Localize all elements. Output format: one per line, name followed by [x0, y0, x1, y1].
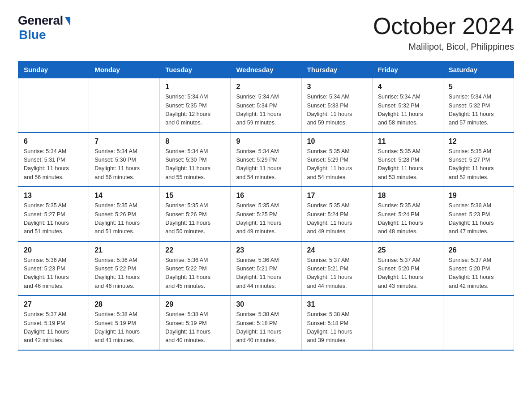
day-info: Sunrise: 5:35 AM Sunset: 5:27 PM Dayligh… [24, 201, 83, 236]
calendar-header-sunday: Sunday [18, 61, 89, 78]
calendar-cell: 5Sunrise: 5:34 AM Sunset: 5:32 PM Daylig… [443, 78, 514, 133]
calendar-cell: 13Sunrise: 5:35 AM Sunset: 5:27 PM Dayli… [18, 187, 89, 241]
calendar-cell: 1Sunrise: 5:34 AM Sunset: 5:35 PM Daylig… [160, 78, 231, 133]
day-info: Sunrise: 5:37 AM Sunset: 5:21 PM Dayligh… [307, 256, 367, 291]
calendar-week-row: 13Sunrise: 5:35 AM Sunset: 5:27 PM Dayli… [18, 187, 514, 241]
day-info: Sunrise: 5:35 AM Sunset: 5:26 PM Dayligh… [94, 201, 154, 236]
day-info: Sunrise: 5:35 AM Sunset: 5:28 PM Dayligh… [378, 147, 438, 182]
day-info: Sunrise: 5:35 AM Sunset: 5:24 PM Dayligh… [307, 201, 367, 236]
day-info: Sunrise: 5:34 AM Sunset: 5:34 PM Dayligh… [236, 93, 296, 128]
day-number: 15 [165, 192, 225, 200]
day-info: Sunrise: 5:34 AM Sunset: 5:31 PM Dayligh… [24, 147, 83, 182]
calendar-cell: 15Sunrise: 5:35 AM Sunset: 5:26 PM Dayli… [160, 187, 231, 241]
logo-general-text: General [18, 13, 63, 28]
day-info: Sunrise: 5:38 AM Sunset: 5:19 PM Dayligh… [94, 310, 154, 345]
calendar-cell: 11Sunrise: 5:35 AM Sunset: 5:28 PM Dayli… [372, 133, 443, 187]
calendar-cell: 26Sunrise: 5:37 AM Sunset: 5:20 PM Dayli… [443, 241, 514, 296]
day-info: Sunrise: 5:34 AM Sunset: 5:30 PM Dayligh… [94, 147, 154, 182]
location-subtitle: Malilipot, Bicol, Philippines [373, 42, 514, 52]
calendar-cell: 24Sunrise: 5:37 AM Sunset: 5:21 PM Dayli… [301, 241, 372, 296]
day-number: 9 [236, 137, 296, 146]
calendar-cell: 17Sunrise: 5:35 AM Sunset: 5:24 PM Dayli… [301, 187, 372, 241]
day-number: 8 [165, 137, 225, 146]
calendar-cell: 10Sunrise: 5:35 AM Sunset: 5:29 PM Dayli… [301, 133, 372, 187]
calendar-cell [443, 295, 514, 350]
day-number: 5 [449, 83, 508, 91]
day-info: Sunrise: 5:37 AM Sunset: 5:20 PM Dayligh… [449, 256, 508, 291]
day-number: 28 [94, 300, 154, 308]
day-number: 25 [378, 246, 438, 254]
day-info: Sunrise: 5:35 AM Sunset: 5:25 PM Dayligh… [236, 201, 296, 236]
calendar-cell: 22Sunrise: 5:36 AM Sunset: 5:22 PM Dayli… [160, 241, 231, 296]
calendar-week-row: 1Sunrise: 5:34 AM Sunset: 5:35 PM Daylig… [18, 78, 514, 133]
calendar-header-wednesday: Wednesday [231, 61, 301, 78]
calendar-header-thursday: Thursday [301, 61, 372, 78]
calendar-cell [89, 78, 160, 133]
calendar-cell: 7Sunrise: 5:34 AM Sunset: 5:30 PM Daylig… [89, 133, 160, 187]
calendar-header-saturday: Saturday [443, 61, 514, 78]
day-info: Sunrise: 5:34 AM Sunset: 5:32 PM Dayligh… [449, 93, 508, 128]
day-info: Sunrise: 5:36 AM Sunset: 5:22 PM Dayligh… [165, 256, 225, 291]
calendar-cell: 23Sunrise: 5:36 AM Sunset: 5:21 PM Dayli… [231, 241, 301, 296]
day-info: Sunrise: 5:36 AM Sunset: 5:23 PM Dayligh… [24, 256, 83, 291]
day-number: 7 [94, 137, 154, 146]
day-info: Sunrise: 5:37 AM Sunset: 5:19 PM Dayligh… [24, 310, 83, 345]
day-info: Sunrise: 5:36 AM Sunset: 5:23 PM Dayligh… [449, 201, 508, 236]
day-info: Sunrise: 5:38 AM Sunset: 5:19 PM Dayligh… [165, 310, 225, 345]
logo: General Blue [18, 13, 70, 42]
day-number: 20 [24, 246, 83, 254]
day-number: 12 [449, 137, 508, 146]
logo-blue-text: Blue [19, 28, 46, 42]
calendar-cell: 28Sunrise: 5:38 AM Sunset: 5:19 PM Dayli… [89, 295, 160, 350]
calendar-header-friday: Friday [372, 61, 443, 78]
day-number: 27 [24, 300, 83, 308]
calendar-cell: 16Sunrise: 5:35 AM Sunset: 5:25 PM Dayli… [231, 187, 301, 241]
calendar-cell: 6Sunrise: 5:34 AM Sunset: 5:31 PM Daylig… [18, 133, 89, 187]
calendar-cell: 14Sunrise: 5:35 AM Sunset: 5:26 PM Dayli… [89, 187, 160, 241]
day-number: 30 [236, 300, 296, 308]
calendar-body: 1Sunrise: 5:34 AM Sunset: 5:35 PM Daylig… [18, 78, 514, 350]
calendar-header-tuesday: Tuesday [160, 61, 231, 78]
day-info: Sunrise: 5:35 AM Sunset: 5:26 PM Dayligh… [165, 201, 225, 236]
day-info: Sunrise: 5:36 AM Sunset: 5:21 PM Dayligh… [236, 256, 296, 291]
calendar-cell: 30Sunrise: 5:38 AM Sunset: 5:18 PM Dayli… [231, 295, 301, 350]
day-info: Sunrise: 5:34 AM Sunset: 5:35 PM Dayligh… [165, 93, 225, 128]
calendar-header-monday: Monday [89, 61, 160, 78]
calendar-cell [18, 78, 89, 133]
calendar-week-row: 6Sunrise: 5:34 AM Sunset: 5:31 PM Daylig… [18, 133, 514, 187]
day-info: Sunrise: 5:36 AM Sunset: 5:22 PM Dayligh… [94, 256, 154, 291]
day-number: 4 [378, 83, 438, 91]
day-info: Sunrise: 5:34 AM Sunset: 5:33 PM Dayligh… [307, 93, 367, 128]
calendar-cell: 20Sunrise: 5:36 AM Sunset: 5:23 PM Dayli… [18, 241, 89, 296]
logo-triangle-icon [65, 17, 70, 26]
calendar-cell: 9Sunrise: 5:34 AM Sunset: 5:29 PM Daylig… [231, 133, 301, 187]
day-number: 10 [307, 137, 367, 146]
calendar-cell: 25Sunrise: 5:37 AM Sunset: 5:20 PM Dayli… [372, 241, 443, 296]
page-header: General Blue October 2024 Malilipot, Bic… [18, 13, 514, 52]
day-number: 13 [24, 192, 83, 200]
calendar-table: SundayMondayTuesdayWednesdayThursdayFrid… [18, 61, 514, 351]
day-number: 17 [307, 192, 367, 200]
month-year-title: October 2024 [373, 13, 514, 39]
day-number: 2 [236, 83, 296, 91]
calendar-cell: 29Sunrise: 5:38 AM Sunset: 5:19 PM Dayli… [160, 295, 231, 350]
day-number: 22 [165, 246, 225, 254]
calendar-cell: 27Sunrise: 5:37 AM Sunset: 5:19 PM Dayli… [18, 295, 89, 350]
day-number: 11 [378, 137, 438, 146]
title-section: October 2024 Malilipot, Bicol, Philippin… [373, 13, 514, 52]
day-number: 6 [24, 137, 83, 146]
day-number: 26 [449, 246, 508, 254]
day-info: Sunrise: 5:38 AM Sunset: 5:18 PM Dayligh… [307, 310, 367, 345]
day-info: Sunrise: 5:35 AM Sunset: 5:27 PM Dayligh… [449, 147, 508, 182]
calendar-week-row: 20Sunrise: 5:36 AM Sunset: 5:23 PM Dayli… [18, 241, 514, 296]
calendar-cell: 21Sunrise: 5:36 AM Sunset: 5:22 PM Dayli… [89, 241, 160, 296]
day-info: Sunrise: 5:38 AM Sunset: 5:18 PM Dayligh… [236, 310, 296, 345]
day-info: Sunrise: 5:34 AM Sunset: 5:30 PM Dayligh… [165, 147, 225, 182]
day-info: Sunrise: 5:35 AM Sunset: 5:29 PM Dayligh… [307, 147, 367, 182]
day-number: 21 [94, 246, 154, 254]
calendar-cell: 18Sunrise: 5:35 AM Sunset: 5:24 PM Dayli… [372, 187, 443, 241]
calendar-cell: 4Sunrise: 5:34 AM Sunset: 5:32 PM Daylig… [372, 78, 443, 133]
calendar-header: SundayMondayTuesdayWednesdayThursdayFrid… [18, 61, 514, 78]
day-number: 19 [449, 192, 508, 200]
calendar-cell: 3Sunrise: 5:34 AM Sunset: 5:33 PM Daylig… [301, 78, 372, 133]
